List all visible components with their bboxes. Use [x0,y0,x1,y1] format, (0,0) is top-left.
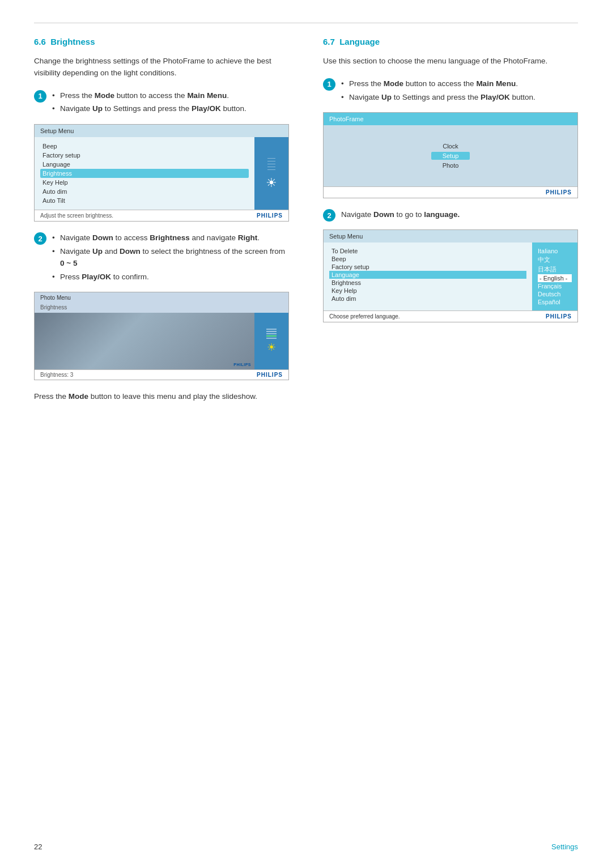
photo-footer: Brightness: 3 PHILIPS [35,369,288,380]
language-step1: 1 Press the Mode button to access the Ma… [323,78,578,104]
lang-francais: Français [538,282,572,290]
lang-chinese: 中文 [538,255,572,265]
lang-dd-footer: Choose preferred language. PHILIPS [324,310,577,322]
screen1-menu: Beep Factory setup Language Brightness K… [35,137,254,210]
brightness-slider [267,158,275,173]
lang-setup-item: Setup [431,152,470,160]
lang-step1-num: 1 [323,78,335,91]
screen1-right: ☀ [254,137,288,210]
lang-item-autodim: Auto dim [329,295,526,303]
brightness-value: Brightness: 3 [40,372,73,378]
page-footer: 22 Settings [34,843,578,851]
lang-english: - English - [538,274,572,282]
lang-screen1-footer: PHILIPS [324,186,577,198]
brightness-screen2: Photo Menu Brightness PHILIPS [34,292,289,380]
tick-5 [266,338,277,339]
section-title: Brightness [50,37,95,46]
lang-item-factory: Factory setup [329,263,526,271]
brightness-step1: 1 Press the Mode button to access the Ma… [34,90,289,116]
lang-item-language: Language [329,271,526,279]
screen1-header: Setup Menu [35,125,288,137]
philips-logo-2: PHILIPS [257,372,283,378]
lang-dd-header: Setup Menu [324,230,577,242]
section-num: 6.6 [34,37,46,46]
lang-step2-num: 2 [323,209,335,222]
photo-right-panel: ☀ [254,313,288,369]
section-6-7-heading: 6.7 Language [323,37,578,46]
lang-japanese: 日本語 [538,265,572,274]
lang-screen-center: Clock Setup Photo [324,125,577,186]
tick-1 [266,329,277,330]
lang-step2-content: Navigate Down to go to language. [341,209,460,221]
step2-num: 2 [34,232,46,245]
menu-item-beep: Beep [40,142,249,151]
lang-main-screen: PhotoFrame Clock Setup Photo PHILIPS [324,113,577,198]
tick-3 [266,333,277,334]
section-67-title: Language [339,37,380,46]
lang-footer-text: Choose preferred language. [329,313,400,320]
lang-item-beep: Beep [329,255,526,263]
menu-item-factory: Factory setup [40,151,249,160]
screen1-footer: Adjust the screen brightness. PHILIPS [35,210,288,221]
screen1-footer-text: Adjust the screen brightness. [40,212,113,219]
lang-dd-left: To Delete Beep Factory setup Language Br… [324,242,532,310]
section-6-6-heading: 6.6 Brightness [34,37,289,46]
philips-logo-3: PHILIPS [546,189,572,195]
menu-item-autodim: Auto dim [40,187,249,196]
lang-photo-item: Photo [443,162,459,169]
step1-content: Press the Mode button to access the Main… [52,90,246,116]
lang-item-brightness: Brightness [329,279,526,287]
lang-item-keyhelp: Key Help [329,287,526,295]
step2-content: Navigate Down to access Brightness and n… [52,232,289,284]
photo-area: PHILIPS [35,313,254,369]
closing-text: Press the Mode button to leave this menu… [34,390,289,403]
lang-dd-right: Italiano 中文 日本語 - English - Français Deu… [532,242,577,310]
philips-logo-1: PHILIPS [257,212,283,219]
photo-header: Photo Menu [35,292,288,303]
language-screen1: PhotoFrame Clock Setup Photo PHILIPS [323,112,578,198]
lang-screen-top: PhotoFrame [324,113,577,125]
photo-philips: PHILIPS [233,363,251,367]
lang-espanol: Español [538,298,572,306]
lang-clock-item: Clock [443,143,458,150]
menu-item-brightness: Brightness [40,169,249,178]
settings-label: Settings [551,843,578,851]
col-brightness: 6.6 Brightness Change the brightness set… [34,37,289,414]
lang-step1-content: Press the Mode button to access the Main… [341,78,536,104]
screen1-body: Beep Factory setup Language Brightness K… [35,137,288,210]
tick-2 [266,331,277,332]
menu-item-autotilt: Auto Tilt [40,196,249,205]
language-step2: 2 Navigate Down to go to language. [323,209,578,222]
brightness-step2: 2 Navigate Down to access Brightness and… [34,232,289,284]
top-divider [34,23,578,23]
language-body: Use this section to choose the menu lang… [323,56,578,67]
sun-icon-1: ☀ [266,177,277,189]
lang-dd-body: To Delete Beep Factory setup Language Br… [324,242,577,310]
brightness-body: Change the brightness settings of the Ph… [34,56,289,79]
page: 6.6 Brightness Change the brightness set… [0,0,612,868]
photo-body: PHILIPS ☀ [35,313,288,369]
lang-item-todelete: To Delete [329,247,526,255]
tick-group [266,329,277,339]
sun-icon-2: ☀ [267,341,276,354]
brightness-screen1: Setup Menu Beep Factory setup Language B… [34,124,289,222]
lang-deutsch: Deutsch [538,290,572,298]
tick-4 [266,335,277,337]
lang-italiano: Italiano [538,247,572,255]
step1-num: 1 [34,90,46,103]
menu-item-language: Language [40,160,249,169]
photo-sub-header: Brightness [35,303,288,313]
language-screen2: Setup Menu To Delete Beep Factory setup … [323,229,578,322]
col-language: 6.7 Language Use this section to choose … [323,37,578,414]
philips-logo-4: PHILIPS [546,313,572,320]
two-column-layout: 6.6 Brightness Change the brightness set… [34,37,578,414]
menu-item-keyhelp: Key Help [40,178,249,187]
page-number: 22 [34,843,42,851]
section-67-num: 6.7 [323,37,335,46]
